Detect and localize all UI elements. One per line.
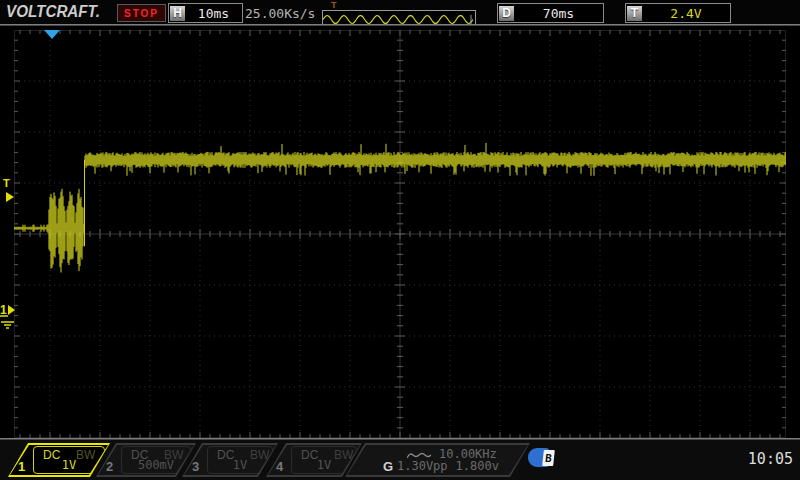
channel-2-scale: 500mV <box>122 458 190 472</box>
delay-value: 70ms <box>514 6 603 21</box>
generator-offset: 1.800v <box>456 459 499 473</box>
ch1-marker-label: 1 <box>0 303 7 317</box>
channel-3-tab[interactable]: 3 DC BW 1V <box>182 443 278 477</box>
delay-key-icon: D <box>499 6 514 21</box>
delay-box[interactable]: D 70ms <box>497 3 604 23</box>
run-stop-indicator[interactable]: STOP <box>117 4 166 22</box>
usb-device-icon: B <box>528 447 558 469</box>
horizontal-key-icon: H <box>170 6 185 21</box>
channel-4-tab[interactable]: 4 DC BW 1V <box>266 443 362 477</box>
generator-label: G <box>383 459 393 474</box>
generator-tab[interactable]: G 10.00KHz 1.30Vpp1.800v <box>345 443 530 477</box>
brand-logo: VOLTCRAFT. <box>6 3 100 21</box>
trigger-level-value: 2.4V <box>642 6 730 21</box>
usb-plug-label: B <box>545 452 553 465</box>
sample-rate: 25.00Ks/s <box>245 6 315 21</box>
run-stop-label: STOP <box>124 8 159 19</box>
trigger-box[interactable]: T 2.4V <box>625 3 731 23</box>
channel-3-number: 3 <box>192 459 199 474</box>
channel-1-scale: 1V <box>34 458 104 472</box>
usb-plug-icon: B <box>542 450 555 466</box>
clock: 10:05 <box>748 450 793 468</box>
ch1-trace <box>14 30 786 438</box>
trigger-position-marker[interactable] <box>44 30 60 39</box>
channel-4-settings: DC BW 1V <box>291 446 357 474</box>
waveform-preview[interactable] <box>322 10 476 25</box>
trigger-level-marker[interactable] <box>6 192 14 202</box>
channel-1-number: 1 <box>18 459 25 474</box>
channel-3-scale: 1V <box>208 458 272 472</box>
horizontal-timebase-box[interactable]: H 10ms <box>168 3 243 23</box>
generator-vpp: 1.30Vpp <box>397 459 448 473</box>
timebase-value: 10ms <box>185 6 242 21</box>
trigger-key-icon: T <box>627 6 642 21</box>
waveform-display <box>14 30 786 438</box>
channel-1-tab[interactable]: 1 DC BW 1V <box>8 443 110 477</box>
bottom-status-bar: 1 DC BW 1V 2 DC BW 500mV <box>0 440 800 480</box>
ch1-ground-marker[interactable]: 1 <box>0 301 16 333</box>
preview-trigger-marker: T <box>331 0 337 10</box>
channel-4-scale: 1V <box>292 458 356 472</box>
channel-2-tab[interactable]: 2 DC BW 500mV <box>96 443 196 477</box>
channel-4-number: 4 <box>276 459 283 474</box>
generator-amplitude: 1.30Vpp1.800v <box>397 459 507 473</box>
channel-3-settings: DC BW 1V <box>207 446 273 474</box>
top-separator <box>0 24 800 26</box>
oscilloscope-screen: VOLTCRAFT. STOP H 10ms 25.00Ks/s T D 70m… <box>0 0 800 480</box>
channel-1-settings: DC BW 1V <box>33 446 105 474</box>
top-status-bar: VOLTCRAFT. STOP H 10ms 25.00Ks/s T D 70m… <box>0 0 800 24</box>
channel-2-settings: DC BW 500mV <box>121 446 191 474</box>
trigger-level-label: T <box>3 177 10 189</box>
channel-2-number: 2 <box>106 459 113 474</box>
